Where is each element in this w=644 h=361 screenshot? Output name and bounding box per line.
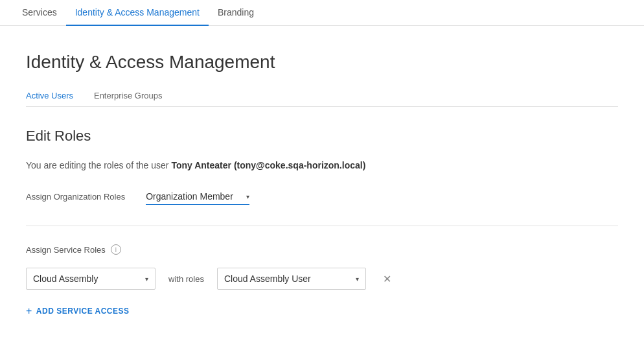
service-roles-info-icon[interactable]: i (111, 244, 121, 255)
org-role-value: Organization Member (146, 191, 242, 202)
add-service-label: ADD SERVICE ACCESS (36, 307, 130, 316)
service-dropdown-arrow: ▾ (145, 275, 148, 283)
info-icon-label: i (115, 246, 117, 253)
page-title: Identity & Access Management (26, 52, 618, 73)
service-dropdown[interactable]: Cloud Assembly ▾ (26, 268, 155, 290)
nav-iam[interactable]: Identity & Access Management (66, 0, 209, 26)
user-name: Tony Anteater (tony@coke.sqa-horizon.loc… (171, 160, 365, 170)
nav-services[interactable]: Services (13, 0, 66, 26)
section-divider (26, 226, 618, 226)
edit-roles-title: Edit Roles (26, 128, 618, 145)
add-service-plus-icon: + (26, 305, 32, 317)
tab-enterprise-groups[interactable]: Enterprise Groups (94, 86, 173, 107)
nav-branding[interactable]: Branding (209, 0, 263, 26)
service-dropdown-value: Cloud Assembly (33, 274, 141, 284)
main-content: Identity & Access Management Active User… (0, 26, 644, 361)
add-service-button[interactable]: + ADD SERVICE ACCESS (26, 305, 130, 317)
org-role-dropdown-arrow: ▾ (246, 193, 249, 200)
service-roles-label: Assign Service Roles (26, 245, 106, 255)
user-info-text: You are editing the roles of the user To… (26, 160, 618, 170)
roles-dropdown[interactable]: Cloud Assembly User ▾ (217, 268, 366, 290)
org-roles-label: Assign Organization Roles (26, 192, 125, 202)
service-roles-header: Assign Service Roles i (26, 244, 618, 255)
sub-tabs: Active Users Enterprise Groups (26, 86, 618, 107)
roles-dropdown-arrow: ▾ (356, 275, 359, 283)
tab-active-users[interactable]: Active Users (26, 86, 84, 107)
org-role-dropdown[interactable]: Organization Member ▾ (146, 189, 249, 205)
service-row: Cloud Assembly ▾ with roles Cloud Assemb… (26, 268, 618, 290)
top-nav: Services Identity & Access Management Br… (0, 0, 644, 26)
remove-service-button[interactable]: ✕ (379, 272, 395, 286)
roles-dropdown-value: Cloud Assembly User (224, 274, 352, 284)
org-roles-row: Assign Organization Roles Organization M… (26, 189, 618, 205)
with-roles-text: with roles (168, 274, 204, 284)
user-info-prefix: You are editing the roles of the user (26, 160, 171, 170)
